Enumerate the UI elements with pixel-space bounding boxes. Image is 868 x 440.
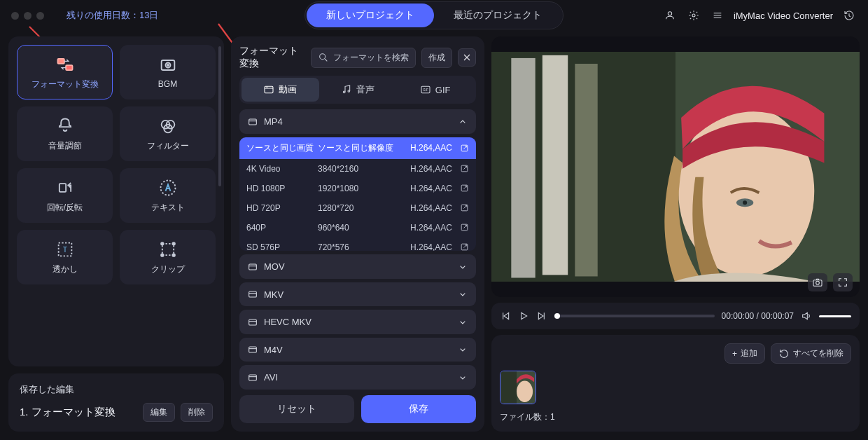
window-minimize[interactable]: [24, 12, 31, 20]
tool-rotate[interactable]: 回転/反転: [17, 168, 113, 223]
progress-bar[interactable]: [554, 315, 715, 317]
clips-panel: +追加 すべてを削除 ファイル数：1: [491, 335, 860, 432]
tool-filter[interactable]: フィルター: [120, 106, 216, 161]
account-icon[interactable]: [662, 8, 678, 23]
media-type-tabs: 動画 音声 GIFGIF: [239, 76, 476, 104]
export-icon[interactable]: [455, 242, 469, 251]
window-close[interactable]: [11, 12, 19, 20]
history-icon[interactable]: [841, 8, 857, 23]
svg-rect-4: [57, 58, 64, 63]
tool-label: フォーマット変換: [31, 78, 99, 90]
gif-icon: GIF: [420, 84, 431, 95]
codec-label: H.264,AAC: [398, 242, 452, 252]
play-button[interactable]: [518, 310, 529, 322]
menu-icon[interactable]: [710, 8, 725, 23]
tab-new-project[interactable]: 新しいプロジェクト: [307, 4, 434, 27]
format-group-mp4[interactable]: MP4: [239, 109, 476, 134]
snapshot-button[interactable]: [808, 273, 827, 291]
settings-icon[interactable]: [686, 8, 701, 23]
format-row[interactable]: 640P960*640H.264,AAC: [239, 218, 476, 238]
fullscreen-button[interactable]: [833, 273, 853, 291]
camera-icon: [812, 277, 823, 288]
trial-remaining: 残りの使用日数：13日: [66, 9, 158, 22]
bgm-icon: [156, 55, 180, 75]
chevron-icon: [457, 289, 468, 301]
window-maximize[interactable]: [36, 12, 44, 20]
codec-label: H.264,AAC: [398, 143, 452, 153]
format-search[interactable]: フォーマットを検索: [311, 48, 416, 68]
codec-label: H.264,AAC: [398, 164, 452, 174]
tool-text[interactable]: テキスト: [120, 168, 216, 223]
watermark-icon: T: [53, 240, 77, 259]
svg-point-24: [348, 90, 350, 92]
media-tab-gif[interactable]: GIFGIF: [396, 78, 474, 102]
saved-edit-delete-button[interactable]: 削除: [181, 403, 213, 422]
export-icon[interactable]: [455, 184, 469, 193]
svg-rect-16: [162, 243, 173, 254]
format-row[interactable]: HD 720P1280*720H.264,AAC: [239, 198, 476, 218]
saved-edit-edit-button[interactable]: 編集: [143, 403, 175, 422]
tool-crop[interactable]: クリップ: [120, 230, 216, 284]
svg-rect-22: [265, 86, 273, 92]
saved-edits-panel: 保存した編集 1. フォーマット変換 編集 削除: [8, 373, 224, 432]
delete-all-button[interactable]: すべてを削除: [771, 343, 851, 364]
tool-label: クリップ: [151, 263, 185, 275]
video-frame[interactable]: [491, 52, 860, 281]
format-group-body: ソースと同じ画質ソースと同じ解像度H.264,AAC4K Video3840*2…: [239, 137, 476, 252]
format-row[interactable]: HD 1080P1920*1080H.264,AAC: [239, 179, 476, 198]
crop-icon: [156, 240, 180, 259]
format-group-avi[interactable]: AVI: [239, 365, 476, 390]
tool-volume[interactable]: 音量調節: [17, 106, 113, 161]
codec-label: H.264,AAC: [398, 184, 452, 193]
volume-slider[interactable]: [819, 315, 851, 317]
svg-rect-12: [59, 184, 65, 192]
saved-edit-item[interactable]: 1. フォーマット変換: [20, 406, 137, 419]
file-count: ファイル数：1: [500, 411, 851, 423]
export-icon[interactable]: [455, 223, 469, 232]
reset-button[interactable]: リセット: [239, 395, 354, 423]
media-tab-audio[interactable]: 音声: [319, 78, 397, 102]
format-group-mov[interactable]: MOV: [239, 254, 476, 279]
export-icon[interactable]: [455, 164, 469, 173]
tools-scrollbar[interactable]: [218, 46, 221, 186]
resolution-label: 720*576: [318, 242, 395, 252]
format-create-button[interactable]: 作成: [421, 48, 452, 68]
format-row[interactable]: 4K Video3840*2160H.264,AAC: [239, 159, 476, 179]
svg-rect-37: [249, 319, 257, 325]
svg-point-13: [160, 180, 175, 195]
tool-watermark[interactable]: T透かし: [17, 230, 113, 284]
svg-rect-42: [511, 58, 535, 278]
tool-bgm[interactable]: BGM: [120, 45, 216, 99]
prev-button[interactable]: [500, 310, 511, 322]
tab-recent-projects[interactable]: 最近のプロジェクト: [434, 4, 561, 27]
format-group-hevc-mkv[interactable]: HEVC MKV: [239, 310, 476, 334]
resolution-label: 1920*1080: [318, 184, 395, 193]
format-row[interactable]: SD 576P720*576H.264,AAC: [239, 238, 476, 252]
tool-label: 音量調節: [48, 140, 82, 152]
svg-rect-36: [249, 291, 257, 297]
export-icon[interactable]: [455, 203, 469, 212]
tool-label: テキスト: [151, 202, 185, 214]
quality-label: ソースと同じ画質: [246, 142, 315, 154]
codec-icon: [247, 116, 258, 128]
save-button[interactable]: 保存: [361, 395, 476, 423]
volume-icon[interactable]: [801, 310, 812, 322]
media-tab-video[interactable]: 動画: [241, 78, 319, 102]
transport-bar: 00:00:00 / 00:00:07: [491, 303, 860, 329]
format-panel-title: フォーマット変換: [239, 45, 305, 70]
chevron-icon: [457, 316, 468, 328]
tool-convert[interactable]: フォーマット変換: [17, 45, 113, 99]
export-icon[interactable]: [455, 144, 469, 153]
format-row[interactable]: ソースと同じ画質ソースと同じ解像度H.264,AAC: [239, 137, 476, 159]
format-group-m4v[interactable]: M4V: [239, 338, 476, 362]
format-group-mkv[interactable]: MKV: [239, 282, 476, 307]
clip-thumbnail[interactable]: [500, 371, 536, 404]
add-clip-button[interactable]: +追加: [724, 343, 765, 364]
plus-icon: +: [732, 349, 737, 359]
svg-point-17: [161, 242, 164, 245]
format-close-button[interactable]: [458, 48, 476, 67]
chevron-icon: [457, 371, 468, 383]
next-button[interactable]: [536, 310, 547, 322]
svg-point-19: [161, 254, 164, 256]
tools-panel: フォーマット変換BGM音量調節フィルター回転/反転テキストT透かしクリップ: [8, 36, 224, 366]
